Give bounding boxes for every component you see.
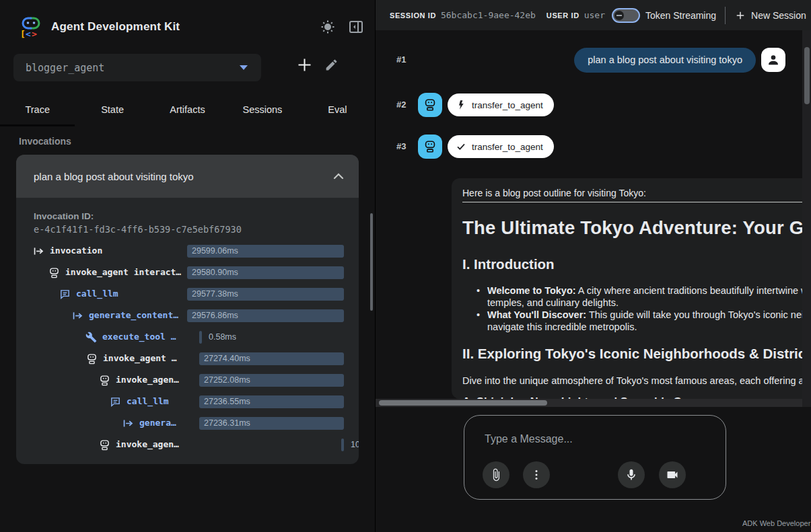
span-duration: 29576.86ms <box>192 311 238 320</box>
arrow-icon <box>122 418 134 429</box>
microphone-icon <box>625 468 638 482</box>
invocation-title: plan a blog post about visiting tokyo <box>34 171 333 182</box>
outline-paragraph: Dive into the unique atmosphere of Tokyo… <box>462 375 802 386</box>
tab-state[interactable]: State <box>75 98 149 125</box>
message-input[interactable] <box>485 433 686 445</box>
check-icon <box>456 141 466 152</box>
event-chip[interactable]: transfer_to_agent <box>448 93 554 116</box>
span-duration: 0.58ms <box>209 332 236 342</box>
invocations-section-label: Invocations <box>19 136 71 147</box>
tab-bar: TraceStateArtifactsSessionsEval <box>0 98 375 125</box>
footer-text: ADK Web Developer UI <box>742 519 811 527</box>
app-title: Agent Development Kit <box>51 20 180 34</box>
right-panel: SESSION ID 56bcabc1-9aee-42eb USER ID us… <box>375 0 811 532</box>
span-duration-bar: 29576.86ms <box>187 309 344 322</box>
chat-horizontal-scrollbar[interactable] <box>376 399 802 407</box>
user-id-label: USER ID <box>546 11 579 20</box>
robot-icon <box>423 98 437 112</box>
token-streaming-label: Token Streaming <box>645 10 716 21</box>
span-duration-bar: 29577.38ms <box>187 288 344 301</box>
videocam-icon <box>666 468 679 482</box>
message-index: #3 <box>396 141 406 151</box>
invocation-id-value: e-4c1f41f1-fd3c-4ff6-b539-c7e5ebf67930 <box>34 224 242 235</box>
span-duration: 29580.90ms <box>192 268 238 277</box>
event-chip[interactable]: transfer_to_agent <box>448 135 554 158</box>
trace-span-row[interactable]: invoke_agen…27252.08ms <box>16 370 359 391</box>
arrow-icon <box>72 310 83 321</box>
robot-icon <box>48 267 60 278</box>
span-duration: 27252.08ms <box>204 375 250 385</box>
span-label: invoke_agen… <box>116 439 179 449</box>
span-label: execute_tool … <box>102 332 176 342</box>
robot-icon <box>423 139 437 154</box>
span-label: call_llm <box>76 289 118 299</box>
span-duration: 10 <box>351 440 359 449</box>
microphone-button[interactable] <box>618 461 645 488</box>
collapse-panel-icon[interactable] <box>348 19 364 35</box>
span-label: invoke_agent interact… <box>65 267 181 277</box>
outline-intro: Here is a blog post outline for visiting… <box>462 187 802 199</box>
tab-eval[interactable]: Eval <box>300 98 375 125</box>
trace-span-row[interactable]: invoke_agent …27274.40ms <box>16 348 359 370</box>
edit-agent-button[interactable] <box>324 58 339 72</box>
left-panel-scrollbar[interactable] <box>370 213 373 311</box>
attach-file-button[interactable] <box>483 461 509 488</box>
more-options-button[interactable] <box>523 461 550 488</box>
trace-span-row[interactable]: generate_content…29576.86ms <box>16 305 359 327</box>
span-label: invocation <box>50 245 102 256</box>
trace-span-row[interactable]: genera…27236.31ms <box>16 413 359 434</box>
app-header: [ < > Agent Development Kit <box>19 13 364 40</box>
span-label: generate_content… <box>89 310 178 320</box>
span-duration: 29599.06ms <box>192 246 238 256</box>
outline-bullet: What You'll Discover: This guide will ta… <box>487 309 802 333</box>
wrench-icon <box>85 332 97 343</box>
trace-span-row[interactable]: invoke_agent interact…29580.90ms <box>16 262 359 284</box>
robot-icon <box>86 353 98 365</box>
span-label: invoke_agen… <box>116 375 179 385</box>
span-duration-bar: 27252.08ms <box>199 374 344 387</box>
add-session-button[interactable] <box>295 56 314 74</box>
person-icon <box>766 52 781 67</box>
tab-sessions[interactable]: Sessions <box>225 98 299 125</box>
tab-artifacts[interactable]: Artifacts <box>150 98 225 125</box>
tab-trace[interactable]: Trace <box>0 98 75 125</box>
trace-span-row[interactable]: call_llm27236.55ms <box>16 391 359 413</box>
new-session-button[interactable]: New Session <box>734 9 806 22</box>
span-duration-bar <box>341 439 344 451</box>
trace-span-row[interactable]: invocation29599.06ms <box>16 241 359 262</box>
svg-text:<: < <box>26 29 31 39</box>
span-duration: 27236.31ms <box>204 418 250 428</box>
video-button[interactable] <box>659 461 686 488</box>
agent-select-dropdown[interactable]: blogger_agent <box>13 54 261 81</box>
span-duration-bar: 29599.06ms <box>187 245 344 258</box>
chat-vertical-scrollbar[interactable] <box>802 30 811 407</box>
trace-span-row[interactable]: invoke_agen…10 <box>16 434 359 456</box>
user-id-value: user <box>584 10 605 20</box>
message-composer <box>464 415 726 500</box>
chevron-up-icon <box>333 173 344 180</box>
theme-toggle-icon[interactable] <box>320 19 336 35</box>
plus-icon <box>734 9 746 22</box>
invocation-card-header[interactable]: plan a blog post about visiting tokyo <box>16 155 359 198</box>
invocation-card: plan a blog post about visiting tokyo In… <box>16 155 359 464</box>
outline-heading-2: II. Exploring Tokyo's Iconic Neighborhoo… <box>462 346 802 362</box>
svg-text:[: [ <box>20 29 26 39</box>
trace-span-row[interactable]: execute_tool …0.58ms <box>16 327 359 348</box>
left-panel: [ < > Agent Development Kit blogger_agen… <box>0 0 375 532</box>
span-duration: 27236.55ms <box>204 397 250 406</box>
session-id-label: SESSION ID <box>390 11 436 20</box>
span-duration-bar: 27236.55ms <box>199 395 344 408</box>
agent-avatar <box>418 135 442 159</box>
token-streaming-toggle[interactable] <box>612 8 640 23</box>
arrow-icon <box>33 245 44 257</box>
outline-title: The Ultimate Tokyo Adventure: Your G <box>462 217 802 239</box>
svg-text:>: > <box>32 29 37 39</box>
divider <box>462 202 802 202</box>
agent-select-value: blogger_agent <box>26 62 240 74</box>
trace-span-row[interactable]: call_llm29577.38ms <box>16 284 359 305</box>
span-label: call_llm <box>127 396 169 406</box>
span-duration-bar: 27274.40ms <box>199 352 344 365</box>
robot-icon <box>99 375 110 386</box>
span-label: invoke_agent … <box>103 353 177 363</box>
span-duration-bar: 27236.31ms <box>199 417 344 430</box>
